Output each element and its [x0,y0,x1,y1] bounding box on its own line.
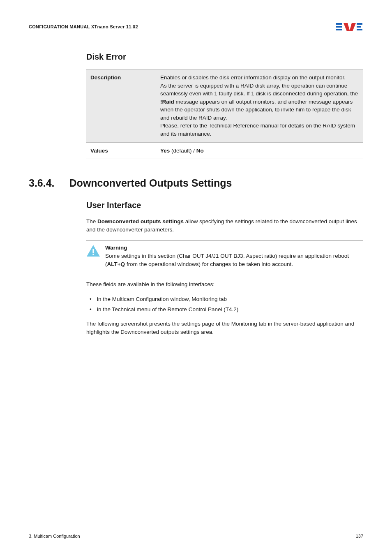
svg-rect-4 [357,23,362,25]
footer-left: 3. Multicam Configuration [29,534,80,539]
table-row: Values Yes (default) / No [86,142,363,159]
intro-paragraph: The Downconverted outputs settings allow… [86,217,363,234]
row-label: Description [86,69,156,143]
evs-logo [336,22,363,31]
header-title: CONFIGURATION MANUAL XTnano Server 11.02 [29,24,138,29]
row-value: Yes (default) / No [156,142,363,159]
svg-marker-3 [344,23,356,31]
table-row: Description Enables or disables the disk… [86,69,363,143]
user-interface-heading: User Interface [86,201,363,210]
svg-rect-1 [336,26,342,28]
warning-text: Warning Some settings in this section (C… [105,244,362,269]
after-warning-paragraph: These fields are available in the follow… [86,280,363,289]
svg-rect-9 [92,254,94,255]
page-footer: 3. Multicam Configuration 137 [29,531,363,539]
svg-rect-6 [357,29,362,30]
row-label: Values [86,142,156,159]
disk-error-table: Description Enables or disables the disk… [86,69,363,159]
list-item: in the Technical menu of the Remote Cont… [86,305,363,314]
section-title: Downconverted Outputs Settings [69,177,232,189]
list-item: in the Multicam Configuration window, Mo… [86,295,363,304]
disk-error-heading: Disk Error [86,52,363,62]
warning-body: Some settings in this section (Char OUT … [105,253,349,267]
warning-box: Warning Some settings in this section (C… [86,240,363,273]
section-heading-row: 3.6.4. Downconverted Outputs Settings [29,177,363,189]
closing-paragraph: The following screenshot presents the se… [86,320,363,337]
svg-rect-8 [92,249,94,253]
row-value: Enables or disables the disk error infor… [156,69,363,143]
section-number: 3.6.4. [29,177,55,189]
warning-label: Warning [105,244,362,252]
svg-rect-2 [336,29,342,30]
svg-rect-5 [357,26,361,28]
footer-page-number: 137 [356,534,363,539]
page-header: CONFIGURATION MANUAL XTnano Server 11.02 [29,22,363,34]
warning-icon [86,244,100,269]
svg-rect-0 [336,23,342,25]
bullet-list: in the Multicam Configuration window, Mo… [86,295,363,314]
